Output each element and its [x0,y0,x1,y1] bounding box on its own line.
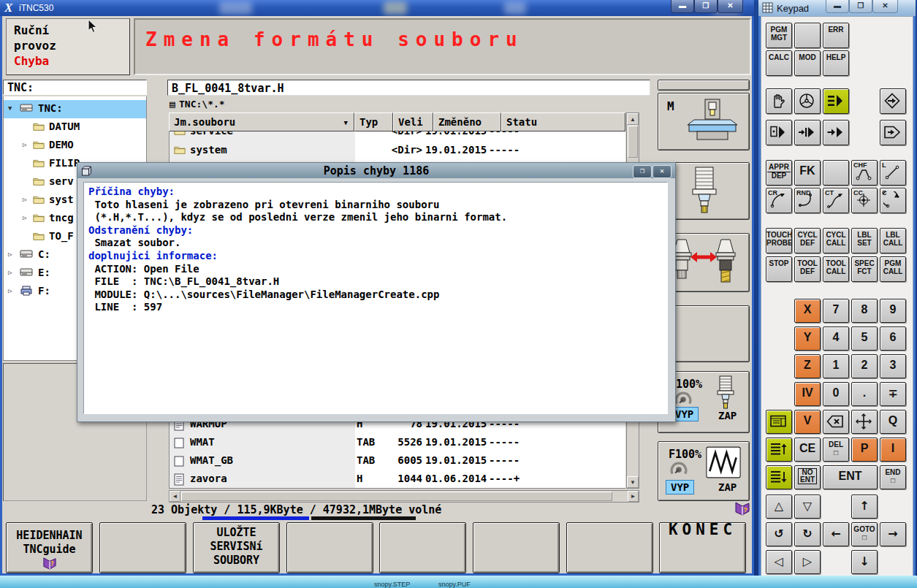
dialog-close-button[interactable]: ✕ [652,165,671,178]
softkey-tncguide[interactable]: HEIDENHAINTNCguide? [6,522,93,573]
key-arrow-right[interactable]: → [880,522,906,546]
key-digit-6[interactable]: 6 [880,327,906,351]
key-run-single-mode[interactable] [794,120,821,145]
softkey-7[interactable] [566,522,653,573]
key-i-key[interactable]: I [880,438,906,462]
key-ct[interactable]: CT [823,188,849,213]
key-no-ent[interactable]: NO ENT [794,465,821,489]
key-axis-x[interactable]: X [794,299,821,323]
column-header-typ[interactable]: Typ [354,112,393,131]
tree-item-datum[interactable]: DATUM [4,118,146,137]
expand-arrow-icon[interactable]: ▷ [23,196,26,203]
key-digit-1[interactable]: 1 [823,354,849,378]
sort-dropdown-icon[interactable]: ▼ [344,119,348,126]
key-line-l[interactable]: L [880,160,906,186]
key-axis-y[interactable]: Y [794,327,821,351]
key-chf[interactable]: CHF [851,160,878,186]
scroll-left-button[interactable]: ◄ [170,491,180,502]
feed-override-vyp[interactable]: VYP [666,480,694,495]
key-screen-layout[interactable] [766,410,792,434]
maximize-button[interactable]: ❒ [694,0,718,13]
dialog-maximize-button[interactable]: ❒ [633,165,652,178]
file-row-service[interactable]: service<Dir>19.01.2015----- [170,131,625,141]
key-run-full-mode[interactable] [823,120,849,145]
key-digit-8[interactable]: 8 [851,299,878,323]
expand-arrow-icon[interactable]: ▷ [23,214,26,221]
key-stop[interactable]: STOP [766,256,792,282]
column-header-jm-souboru[interactable]: Jm.souboru▼ [169,112,354,131]
key-rotate-cw[interactable]: ↻ [794,522,821,546]
keypad-minimize-button[interactable]: ▬ [826,0,849,13]
key-manual-mode[interactable] [766,88,792,114]
key-test-run-mode[interactable] [880,88,906,114]
keypad-maximize-button[interactable]: ❒ [849,0,872,13]
softkey-4[interactable] [286,522,373,573]
tncguide-book-icon[interactable]: ? [734,501,751,516]
key-page-down[interactable] [766,465,792,489]
keypad-titlebar[interactable]: Keypad ▬ ❒ ✕ [758,0,916,16]
expand-arrow-icon[interactable]: ▷ [8,251,12,258]
key-digit-9[interactable]: 9 [880,299,906,323]
key-decimal-point[interactable]: . [851,382,878,406]
key-ent[interactable]: ENT [823,465,878,489]
softkey-6[interactable] [473,522,560,573]
key-mod[interactable]: MOD [794,50,821,76]
collapse-arrow-icon[interactable]: ▼ [8,104,12,112]
column-header-statu[interactable]: Statu [501,112,625,131]
softkey-2[interactable] [99,522,186,573]
scroll-right-button[interactable]: ► [628,491,639,502]
key-axis-v[interactable]: V [794,410,821,434]
horizontal-scrollbar[interactable]: ◄ ► [169,490,639,503]
selected-filename-field[interactable]: B_FL_0041_8tvar.H [167,80,650,96]
keypad-close-button[interactable]: ✕ [872,0,898,13]
close-button[interactable]: ✕ [718,0,743,13]
column-header-veli[interactable]: Veli [393,112,433,131]
key-backspace[interactable] [823,410,849,434]
key-pgm-mgt[interactable]: PGM MGT [766,23,792,48]
tree-item-demo[interactable]: ▷DEMO [4,137,146,155]
hscroll-thumb[interactable] [181,492,612,501]
column-header-zm-n-no[interactable]: Změněno [433,112,501,131]
key-q-key[interactable]: Q [880,410,906,434]
key-actual-position[interactable] [851,410,878,434]
machine-status-softkey[interactable]: M [658,93,750,150]
key-page-up[interactable] [766,438,792,462]
softkey-save-service-files[interactable]: ULOŽTESERVISNíSOUBORY [193,522,280,573]
key-rotate-ccw[interactable]: ↺ [766,522,792,546]
key-calc[interactable]: CALC [766,50,792,76]
key-up-triangle[interactable]: △ [766,495,792,519]
tree-path-header[interactable]: TNC: [3,80,147,95]
key-appr-dep[interactable]: APPRDEP [766,160,792,186]
key-arrow-down[interactable]: ↓ [851,550,878,574]
key-digit-5[interactable]: 5 [851,327,878,351]
expand-arrow-icon[interactable]: ▷ [23,141,26,148]
key-mdi-mode[interactable] [766,120,792,145]
feed-override-zap[interactable]: ZAP [718,481,737,493]
main-titlebar[interactable]: X iTNC530 ▬ ❒ ✕ [0,0,754,16]
key-right-triangle[interactable]: ▷ [794,550,821,574]
key-axis-z[interactable]: Z [794,354,821,378]
key-help[interactable]: HELP [823,50,849,76]
dialog-titlebar[interactable]: Popis chyby 1186 ❒ ✕ [77,163,675,178]
key-plus-minus[interactable]: ∓ [880,382,906,406]
key-err[interactable]: ERR [823,23,849,48]
file-row-wmat-gb[interactable]: WMAT_GBTAB600519.01.2015----- [170,452,625,470]
file-row-zavora[interactable]: zavoraH104401.06.2014----+ [170,470,625,489]
key-p-key[interactable]: P [851,438,878,462]
scroll-down-button[interactable]: ▼ [627,476,639,488]
key-arrow-up[interactable]: ↑ [851,495,878,519]
softkey-konec[interactable]: KONEC [659,522,746,573]
key-handwheel-mode[interactable] [794,88,821,114]
key-cycl-def[interactable]: CYCL DEF [794,228,821,253]
key-left-triangle[interactable]: ◁ [766,550,792,574]
key-c-arc[interactable]: C [880,188,906,213]
scroll-up-button[interactable]: ▲ [627,113,639,125]
key-down-triangle[interactable]: ▽ [794,495,821,519]
key-lbl-set[interactable]: LBL SET [851,228,878,253]
feed-override-softkey[interactable]: F100% VYP ZAP [658,441,750,501]
key-blank-key-2[interactable] [823,160,849,186]
desktop-icon-label[interactable]: snopy.PUF [438,581,471,588]
softkey-5[interactable] [379,522,466,573]
file-row-system[interactable]: system<Dir>19.01.2015----- [170,142,625,160]
key-digit-2[interactable]: 2 [851,354,878,378]
